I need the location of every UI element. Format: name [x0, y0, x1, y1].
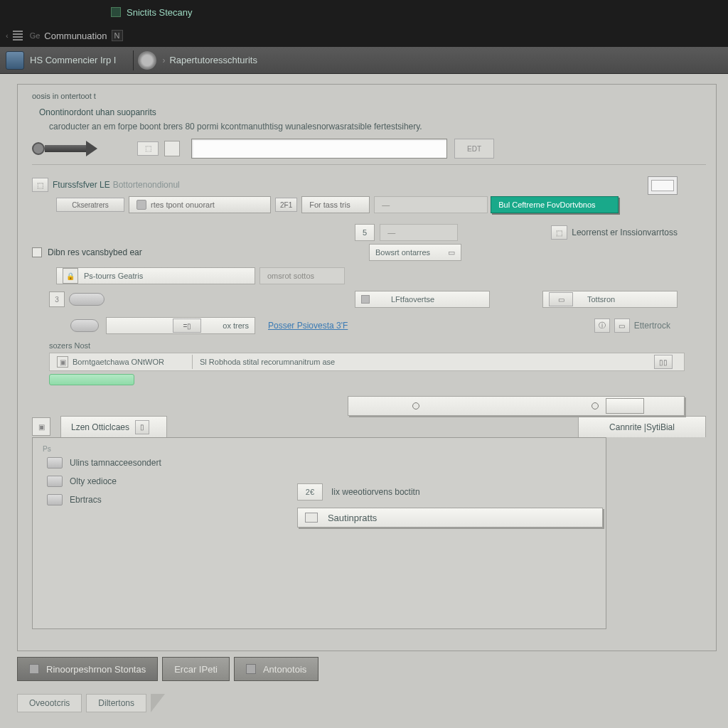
- tab-2[interactable]: Cannrite |SytiBial: [578, 416, 706, 437]
- side-chip-icon: ⬚: [551, 225, 567, 240]
- globe-icon[interactable]: [138, 51, 156, 70]
- num-chip[interactable]: 2€: [297, 483, 323, 500]
- footer-button-c[interactable]: Antonotois: [234, 657, 318, 681]
- status-icon: ▣: [57, 356, 68, 368]
- list-item[interactable]: Olty xedioce: [47, 476, 286, 487]
- arrow-icon: [45, 145, 87, 152]
- option-a-button[interactable]: rtes tpont onuorart: [129, 196, 271, 213]
- group-header: ⬚ Fturssfsfver LE Bottortenondionul: [32, 178, 619, 192]
- user-icon: [29, 664, 39, 674]
- toolbar: HS Commencier Irp I › Rapertutoresschtur…: [0, 47, 728, 74]
- refresh-icon: [246, 664, 256, 674]
- status-end-icon: ▯▯: [654, 355, 673, 369]
- info-icon: ⓘ: [594, 318, 610, 333]
- tours-side-button[interactable]: omsrot sottos: [259, 267, 345, 284]
- footer-button-b[interactable]: Ercar IPeti: [162, 657, 230, 681]
- toolbar-item-2[interactable]: Rapertutoresschturits: [169, 55, 257, 65]
- panel-title: oosis in ontertoot t: [32, 92, 706, 100]
- menu-tab-mark[interactable]: N: [112, 30, 123, 41]
- option-b-button[interactable]: For tass tris: [301, 196, 370, 213]
- group-prefix: Fturssfsfver LE: [53, 180, 110, 190]
- content-corner-label: Ps: [43, 445, 286, 453]
- primary-action-button[interactable]: Bul Ceftrerne FovDortvbnos: [491, 196, 619, 213]
- status-bar: ▣ Borntgaetchawa ONtWOR Sl Robhoda stita…: [49, 353, 685, 371]
- item-icon: [47, 457, 63, 469]
- slider-tick-1: [412, 402, 419, 410]
- expand-button[interactable]: Sautinpratts: [297, 508, 603, 528]
- tab-icon[interactable]: ▣: [32, 417, 50, 436]
- tag-icon: [361, 295, 370, 304]
- main-input[interactable]: [191, 139, 447, 159]
- list-item[interactable]: Ulins tamnacceesondert: [47, 457, 286, 469]
- enable-checkbox[interactable]: [32, 247, 42, 257]
- float-button-2[interactable]: Bowsrt ontarres▭: [369, 244, 461, 261]
- section-subtitle: Onontinordont uhan suopanrits: [39, 107, 706, 117]
- tab-1-badge: ▯: [135, 420, 149, 434]
- expand-icon: [305, 513, 318, 523]
- titlebar-label: Snictits Stecany: [127, 7, 193, 18]
- document-icon: [111, 7, 121, 17]
- pill-icon-2[interactable]: [70, 319, 99, 332]
- item-icon: [47, 494, 63, 505]
- toolbar-separator: [133, 50, 134, 70]
- mode-toggle[interactable]: [164, 141, 180, 156]
- tours-button[interactable]: 🔒 Ps-tourrs Geatris: [56, 267, 255, 284]
- folder-icon: ▭: [614, 318, 630, 333]
- app-icon[interactable]: [6, 51, 24, 70]
- arrow-chip[interactable]: ⬚: [137, 141, 159, 156]
- badge-icon: ▭: [549, 292, 573, 306]
- float-num[interactable]: 5: [355, 224, 375, 241]
- edit-button[interactable]: EDT: [454, 139, 494, 159]
- footer-button-e[interactable]: Diltertons: [86, 694, 146, 712]
- float-button-1[interactable]: —: [380, 224, 458, 241]
- num-chip-label: Iix weeotiorvens boctitn: [331, 487, 420, 497]
- menu-label[interactable]: Communuation: [44, 31, 107, 41]
- list-item[interactable]: Ebrtracs: [47, 494, 286, 505]
- right-button[interactable]: ▭ Tottsron: [542, 291, 678, 308]
- preset-chip[interactable]: Ckseratrers: [56, 198, 124, 212]
- option-a-num: 2F1: [275, 198, 297, 212]
- menubar: ‹ Ge Communuation N: [0, 24, 728, 47]
- footer-button-a[interactable]: Rinoorpeshrnon Stontas: [17, 657, 158, 681]
- footer-button-d[interactable]: Oveootcris: [17, 694, 82, 712]
- item-icon: [47, 476, 63, 487]
- range-slider[interactable]: [348, 396, 685, 416]
- toolbar-item-1[interactable]: HS Commencier Irp I: [30, 55, 116, 65]
- section-description: caroducter an em forpe boont brers 80 po…: [49, 122, 706, 132]
- slider-handle[interactable]: [606, 398, 644, 414]
- pill-icon[interactable]: [69, 293, 105, 306]
- status-cell-b[interactable]: Sl Robhoda stital recorumnanitrum ase ▯▯: [192, 355, 684, 369]
- footer-row-2: Oveootcris Diltertons: [17, 694, 165, 712]
- preview-thumbnail[interactable]: [648, 176, 678, 195]
- arrow-start-icon[interactable]: [32, 142, 45, 155]
- cx-chip-icon: =▯: [173, 318, 201, 333]
- titlebar: Snictits Stecany: [0, 0, 728, 24]
- tab-1[interactable]: Lzen Otticlcaes ▯: [60, 416, 167, 437]
- group-chip-icon: ⬚: [32, 178, 48, 192]
- details-link[interactable]: Posser Psiovesta 3'F: [268, 321, 348, 331]
- footer-wedge-icon: [151, 694, 165, 712]
- side-label: Leorrenst er Inssionvarrtoss: [572, 228, 678, 237]
- menu-prefix: Ge: [30, 31, 41, 40]
- row-index: 3: [49, 291, 65, 307]
- group-tail: Bottortenondionul: [113, 180, 180, 190]
- slider-tick-2: [592, 402, 599, 410]
- main-panel: oosis in ontertoot t Onontinordont uhan …: [17, 84, 717, 651]
- list-icon[interactable]: [13, 31, 23, 41]
- lock-icon: 🔒: [63, 268, 78, 284]
- collapse-icon[interactable]: ‹: [6, 31, 9, 40]
- gear-icon: [136, 200, 146, 210]
- checkbox-label: Dibn res vcansbybed ear: [48, 247, 142, 257]
- mid-button[interactable]: LFtfaovertse: [355, 291, 490, 308]
- footer-row-1: Rinoorpeshrnon Stontas Ercar IPeti Anton…: [17, 657, 318, 681]
- right-info-label: Ettertrock: [634, 321, 670, 331]
- content-area: Ps Ulins tamnacceesondert Olty xedioce E…: [32, 437, 606, 629]
- direction-input-row: ⬚ EDT: [32, 139, 706, 165]
- chevron-right-icon: ›: [162, 55, 165, 65]
- option-c-button[interactable]: —: [374, 196, 488, 213]
- subsection-label: sozers Nost: [49, 341, 706, 350]
- progress-indicator: [49, 374, 134, 385]
- cx-field[interactable]: =▯ ox trers: [106, 317, 255, 334]
- status-cell-a[interactable]: ▣ Borntgaetchawa ONtWOR: [50, 356, 192, 368]
